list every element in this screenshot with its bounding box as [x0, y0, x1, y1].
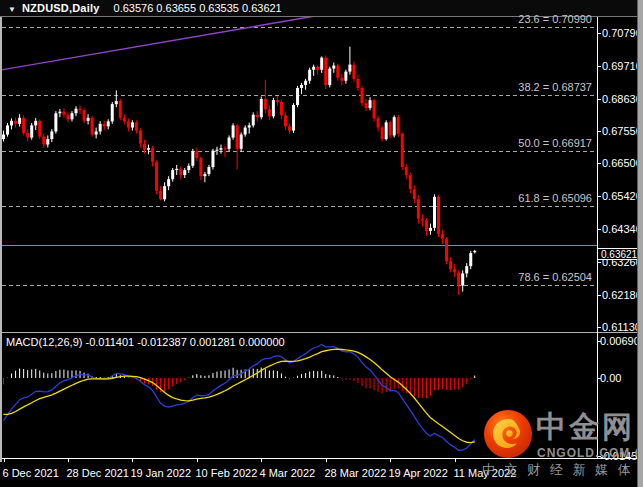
candle-body [369, 100, 372, 108]
candle-body [288, 126, 291, 130]
candle-body [207, 167, 210, 174]
candle-body [441, 234, 444, 239]
candle-body [385, 122, 388, 139]
candle-body [26, 133, 29, 138]
candle-body [445, 239, 448, 261]
candle-body [453, 269, 456, 272]
candle-body [143, 144, 146, 150]
candle-body [87, 118, 90, 121]
collapse-arrow-icon[interactable]: ▼ [8, 2, 16, 18]
candle-body [115, 101, 118, 104]
candle-body [461, 273, 464, 285]
watermark-brand-text: 中金网 [536, 410, 635, 444]
candle-body [429, 228, 432, 231]
window-left-border [0, 17, 2, 462]
candle-body [336, 66, 339, 78]
candle-body [332, 66, 335, 69]
candle-body [340, 78, 343, 81]
candle-body [75, 109, 78, 114]
candle-body [381, 128, 384, 140]
candle-body [224, 148, 227, 149]
candle-body [457, 272, 460, 285]
candle-body [248, 125, 251, 127]
candle-body [365, 103, 368, 108]
cngold-logo-icon [483, 409, 533, 459]
candle-body [95, 131, 98, 134]
candle-body [421, 219, 424, 221]
candle-body [264, 99, 267, 109]
candle-body [211, 151, 214, 167]
candle-body [409, 175, 412, 189]
candle-body [300, 85, 303, 88]
candle-body [228, 138, 231, 149]
candle-body [191, 151, 194, 166]
candle-body [276, 100, 279, 102]
candle-body [296, 88, 299, 105]
candle-body [280, 102, 283, 115]
candle-body [308, 70, 311, 81]
candle-body [187, 166, 190, 170]
watermark-domain-text: CNGOLD.COM.CN [537, 446, 643, 460]
candle-body [155, 162, 158, 191]
candle-body [62, 112, 65, 115]
candle-body [236, 125, 239, 148]
candle-body [70, 113, 73, 119]
candle-body [163, 186, 166, 199]
candle-body [232, 125, 235, 137]
candle-body [389, 122, 392, 135]
candle-body [135, 122, 138, 130]
candle-body [183, 170, 186, 175]
candle-body [147, 148, 150, 150]
candle-body [268, 109, 271, 116]
candle-body [151, 148, 154, 162]
candle-body [304, 81, 307, 85]
candle-body [437, 197, 440, 234]
candle-body [167, 179, 170, 186]
candle-body [373, 100, 376, 118]
candle-body [14, 121, 17, 124]
macd-signal-line [4, 349, 475, 442]
candle-body [10, 121, 13, 126]
candle-body [123, 118, 126, 122]
candle-body [195, 151, 198, 158]
candle-body [465, 266, 468, 273]
candle-body [272, 100, 275, 116]
candle-body [111, 104, 114, 121]
candle-body [79, 109, 82, 111]
watermark-tagline-text: 中 文 财 经 新 媒 体 [482, 461, 634, 479]
candle-body [54, 113, 57, 131]
candle-body [179, 169, 182, 175]
candle-body [171, 170, 174, 179]
candle-body [469, 253, 472, 266]
chart-symbol-title: NZDUSD,Daily [22, 2, 100, 14]
candle-body [58, 112, 61, 114]
candle-body [215, 150, 218, 151]
candle-body [244, 128, 247, 135]
candle-body [256, 115, 259, 117]
candle-body [352, 65, 355, 79]
candle-body [30, 125, 33, 137]
candle-body [46, 139, 49, 144]
candle-body [328, 69, 331, 85]
candle-body [260, 99, 263, 117]
candle-body [284, 115, 287, 126]
candle-body [292, 105, 295, 131]
candle-body [324, 58, 327, 85]
candle-body [377, 118, 380, 127]
chart-titlebar[interactable]: ▼NZDUSD,Daily0.63576 0.63655 0.63535 0.6… [0, 0, 643, 16]
candle-body [252, 115, 255, 126]
candle-body [139, 131, 142, 144]
candle-body [473, 251, 476, 252]
candle-body [344, 72, 347, 81]
candle-body [103, 124, 106, 126]
candle-body [401, 134, 404, 167]
candle-body [6, 125, 9, 134]
candle-body [34, 121, 37, 126]
candle-body [425, 221, 428, 231]
chart-ohlc-values: 0.63576 0.63655 0.63535 0.63621 [114, 2, 282, 14]
chart-window: ▼NZDUSD,Daily0.63576 0.63655 0.63535 0.6… [0, 0, 643, 487]
candle-body [393, 117, 396, 135]
candle-body [175, 169, 178, 170]
candle-body [312, 67, 315, 70]
candle-body [119, 101, 122, 118]
